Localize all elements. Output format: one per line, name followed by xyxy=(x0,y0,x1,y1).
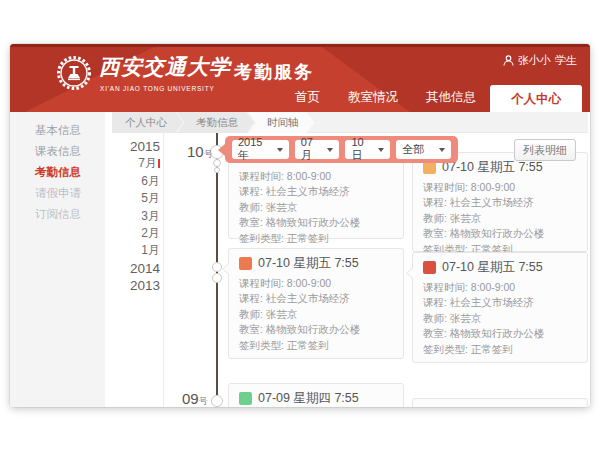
year-select[interactable]: 2015年 xyxy=(232,140,289,159)
signin-stamp-icon xyxy=(423,261,436,274)
nav-home[interactable]: 首页 xyxy=(281,85,334,112)
month-select-value: 07月 xyxy=(301,136,323,163)
university-name-cn: 西安交通大学 xyxy=(99,53,231,81)
nav-classrooms[interactable]: 教室情况 xyxy=(334,85,412,112)
card-date: 07-09 星期四 7:55 xyxy=(258,390,359,407)
content-area: 基本信息 课表信息 考勤信息 请假申请 订阅信息 个人中心 考勤信息 时间轴 2… xyxy=(10,112,590,407)
month-select[interactable]: 07月 xyxy=(295,140,340,159)
app-window: 西安交通大学 XI'AN JIAO TONG UNIVERSITY 考勤服务 张… xyxy=(10,44,590,407)
day-label-09: 09号 xyxy=(182,390,208,407)
sidebar-item-leave-request[interactable]: 请假申请 xyxy=(10,183,105,204)
card-date: 07-10 星期五 7:55 xyxy=(442,259,543,276)
scale-month-6[interactable]: 6月 xyxy=(106,173,160,190)
nav-personal-center[interactable]: 个人中心 xyxy=(490,85,582,112)
person-icon xyxy=(503,55,514,66)
type-select-value: 全部 xyxy=(402,142,424,157)
main-nav: 首页 教室情况 其他信息 个人中心 xyxy=(281,85,582,112)
current-month-tick xyxy=(158,159,160,168)
signin-stamp-icon xyxy=(239,257,252,270)
day-select-value: 10日 xyxy=(351,136,373,163)
user-name: 张小小 xyxy=(518,53,551,68)
sidebar-item-subscription-info[interactable]: 订阅信息 xyxy=(10,204,105,225)
card-row-course-time: 课程时间: 8:00-9:00 xyxy=(239,169,393,184)
scale-month-1[interactable]: 1月 xyxy=(106,242,160,259)
breadcrumb: 个人中心 考勤信息 时间轴 xyxy=(112,112,588,133)
card-row-course-time: 课程时间: 8:00-9:00 xyxy=(239,276,393,291)
scale-divider xyxy=(163,133,164,407)
university-emblem-icon xyxy=(56,55,92,91)
breadcrumb-attendance-info[interactable]: 考勤信息 xyxy=(177,112,254,133)
card-row-teacher: 教师: 张芸京 xyxy=(239,307,393,322)
scale-month-2[interactable]: 2月 xyxy=(106,225,160,242)
attendance-card: 07-10 星期五 7:55 课程时间: 8:00-9:00 课程: 社会主义市… xyxy=(412,152,588,252)
header-top-strip xyxy=(10,44,590,47)
chevron-down-icon xyxy=(327,148,333,152)
card-row-course: 课程: 社会主义市场经济 xyxy=(239,184,393,199)
card-row-course-time: 课程时间: 8:00-9:00 xyxy=(423,180,577,195)
card-row-classroom: 教室: 格物致知行政办公楼 xyxy=(239,215,393,230)
attendance-card: 07-10 星期五 7:55 课程时间: 8:00-9:00 课程: 社会主义市… xyxy=(228,248,404,359)
card-row-classroom: 教室: 格物致知行政办公楼 xyxy=(239,322,393,337)
card-date: 07-10 星期五 7:55 xyxy=(442,159,543,176)
scale-year-2015[interactable]: 2015 xyxy=(106,138,160,155)
user-info[interactable]: 张小小 学生 xyxy=(503,53,577,68)
card-row-teacher: 教师: 张芸京 xyxy=(423,211,577,226)
list-detail-button[interactable]: 列表明细 xyxy=(514,139,576,161)
card-row-classroom: 教室: 格物致知行政办公楼 xyxy=(423,226,577,241)
timeline-node-small xyxy=(212,262,222,272)
card-row-course-time: 课程时间: 8:00-9:00 xyxy=(423,280,577,295)
chevron-down-icon xyxy=(378,148,384,152)
type-select[interactable]: 全部 xyxy=(396,140,451,159)
bubble-pointer xyxy=(218,144,225,156)
sidebar-item-basic-info[interactable]: 基本信息 xyxy=(10,120,105,141)
day-select[interactable]: 10日 xyxy=(345,140,390,159)
nav-other-info[interactable]: 其他信息 xyxy=(412,85,490,112)
user-role: 学生 xyxy=(555,53,577,68)
sidebar: 基本信息 课表信息 考勤信息 请假申请 订阅信息 xyxy=(10,112,105,407)
card-row-classroom: 教室: 格物致知行政办公楼 xyxy=(423,326,577,341)
timeline-node-small xyxy=(214,167,220,173)
day-label-10: 10号 xyxy=(187,143,213,161)
app-header: 西安交通大学 XI'AN JIAO TONG UNIVERSITY 考勤服务 张… xyxy=(10,44,590,112)
card-row-course: 课程: 社会主义市场经济 xyxy=(423,295,577,310)
breadcrumb-personal-center[interactable]: 个人中心 xyxy=(112,112,183,133)
card-pointer xyxy=(407,267,414,279)
scale-month-3[interactable]: 3月 xyxy=(106,208,160,225)
card-row-signin-type: 签到类型: 正常签到 xyxy=(239,231,393,246)
attendance-card: 07-09 星期四 7:55 xyxy=(228,383,404,407)
scale-year-2013[interactable]: 2013 xyxy=(106,277,160,294)
attendance-card: 07-10 星期五 7:55 课程时间: 8:00-9:00 课程: 社会主义市… xyxy=(412,252,588,363)
card-row-signin-type: 签到类型: 正常签到 xyxy=(239,338,393,353)
attendance-card xyxy=(412,398,588,407)
signin-stamp-icon xyxy=(239,392,252,405)
scale-month-5[interactable]: 5月 xyxy=(106,190,160,207)
card-row-course: 课程: 社会主义市场经济 xyxy=(239,291,393,306)
scale-year-2014[interactable]: 2014 xyxy=(106,260,160,277)
university-name-en: XI'AN JIAO TONG UNIVERSITY xyxy=(100,85,215,92)
timeline-node-small xyxy=(212,273,222,283)
timeline-node-large xyxy=(211,395,223,407)
card-pointer xyxy=(223,263,230,275)
breadcrumb-timeline: 时间轴 xyxy=(248,112,315,133)
card-row-signin-type: 签到类型: 正常签到 xyxy=(423,342,577,357)
card-row-teacher: 教师: 张芸京 xyxy=(239,200,393,215)
scale-month-7[interactable]: 7月 xyxy=(106,155,160,172)
app-title: 考勤服务 xyxy=(234,60,314,84)
timeline-node-small xyxy=(213,159,221,167)
chevron-down-icon xyxy=(439,148,445,152)
year-select-value: 2015年 xyxy=(238,136,272,163)
sidebar-item-schedule-info[interactable]: 课表信息 xyxy=(10,141,105,162)
timeline-scale: 2015 7月 6月 5月 3月 2月 1月 2014 2013 xyxy=(106,138,160,295)
card-row-course: 课程: 社会主义市场经济 xyxy=(423,195,577,210)
sidebar-item-attendance-info[interactable]: 考勤信息 xyxy=(10,162,105,183)
card-date: 07-10 星期五 7:55 xyxy=(258,255,359,272)
filter-bubble: 2015年 07月 10日 全部 xyxy=(225,136,458,163)
card-row-teacher: 教师: 张芸京 xyxy=(423,311,577,326)
chevron-down-icon xyxy=(277,148,283,152)
